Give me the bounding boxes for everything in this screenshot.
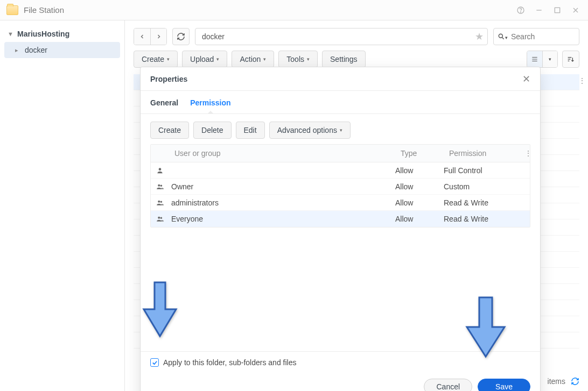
svg-point-20	[160, 217, 163, 219]
perm-value: Read & Write	[444, 198, 519, 207]
cancel-button[interactable]: Cancel	[424, 379, 472, 391]
status-refresh-icon[interactable]	[571, 377, 579, 386]
tree-root[interactable]: ▼ MariusHosting	[0, 26, 124, 42]
permission-row[interactable]: EveryoneAllowRead & Write	[151, 211, 530, 227]
column-options-icon[interactable]: ⋮	[578, 76, 586, 85]
dialog-title: Properties	[150, 75, 187, 83]
svg-point-17	[158, 200, 160, 202]
sidebar: ▼ MariusHosting ▸ docker	[0, 20, 125, 391]
action-button[interactable]: Action▾	[232, 51, 274, 68]
svg-point-1	[520, 11, 521, 12]
settings-button[interactable]: Settings	[322, 51, 366, 68]
minimize-icon[interactable]	[533, 4, 545, 16]
search-dropdown-icon[interactable]: ▾	[505, 35, 508, 40]
perm-type: Allow	[395, 198, 444, 207]
apply-checkbox[interactable]	[150, 358, 159, 367]
col-header-user[interactable]: User or group	[169, 145, 395, 162]
app-title: File Station	[24, 5, 64, 15]
perm-type: Allow	[395, 215, 444, 223]
help-icon[interactable]	[515, 4, 527, 16]
favorite-star-icon[interactable]: ★	[475, 31, 484, 42]
dialog-close-icon[interactable]: ✕	[522, 73, 530, 85]
user-icon	[151, 183, 169, 190]
properties-dialog: Properties ✕ General Permission Create D…	[140, 67, 541, 391]
create-button[interactable]: Create▾	[134, 51, 178, 68]
svg-line-7	[502, 37, 503, 39]
perm-create-button[interactable]: Create	[150, 122, 189, 139]
user-icon	[151, 167, 169, 174]
svg-rect-3	[555, 8, 559, 12]
maximize-icon[interactable]	[551, 4, 563, 16]
tab-general[interactable]: General	[150, 98, 178, 113]
svg-point-14	[159, 168, 162, 170]
perm-edit-button[interactable]: Edit	[236, 122, 265, 139]
svg-point-6	[499, 34, 502, 38]
refresh-button[interactable]	[172, 28, 190, 45]
user-icon	[151, 215, 169, 223]
tools-button[interactable]: Tools▾	[278, 51, 318, 68]
perm-user: Everyone	[169, 215, 395, 223]
perm-delete-button[interactable]: Delete	[193, 122, 231, 139]
perm-user: Owner	[169, 182, 395, 191]
perm-type: Allow	[395, 182, 444, 191]
tree-root-label: MariusHosting	[17, 30, 69, 38]
nav-group	[134, 28, 167, 45]
perm-user: administrators	[169, 198, 395, 207]
nav-forward-button[interactable]	[150, 29, 166, 45]
perm-advanced-button[interactable]: Advanced options▾	[269, 122, 351, 139]
nav-back-button[interactable]	[134, 29, 150, 45]
chevron-right-icon: ▸	[15, 47, 22, 54]
status-items-label: items	[548, 377, 565, 386]
save-button[interactable]: Save	[478, 379, 530, 391]
perm-type: Allow	[395, 166, 444, 175]
perm-value: Custom	[444, 182, 519, 191]
perm-value: Full Control	[444, 166, 519, 175]
chevron-down-icon: ▼	[8, 31, 14, 37]
permission-row[interactable]: OwnerAllowCustom	[151, 179, 530, 195]
svg-point-15	[158, 184, 160, 186]
tree-item-label: docker	[25, 46, 47, 54]
svg-point-18	[160, 201, 163, 203]
tree-item-docker[interactable]: ▸ docker	[4, 42, 120, 58]
search-icon	[498, 33, 505, 40]
permission-row[interactable]: AllowFull Control	[151, 162, 530, 179]
permission-row[interactable]: administratorsAllowRead & Write	[151, 195, 530, 211]
col-options-icon[interactable]: ⋮	[519, 145, 530, 162]
statusbar: items	[548, 377, 579, 386]
upload-button[interactable]: Upload▾	[182, 51, 227, 68]
apply-checkbox-label: Apply to this folder, sub-folders and fi…	[163, 358, 296, 367]
perm-value: Read & Write	[444, 215, 519, 223]
view-list-button[interactable]	[527, 51, 542, 67]
path-input[interactable]	[195, 28, 488, 45]
svg-point-19	[158, 217, 160, 219]
sort-button[interactable]	[562, 51, 579, 68]
permission-table: User or group Type Permission ⋮ AllowFul…	[150, 144, 530, 228]
user-icon	[151, 199, 169, 207]
titlebar: File Station	[0, 0, 588, 20]
app-folder-icon	[6, 5, 18, 15]
col-header-type[interactable]: Type	[395, 145, 444, 162]
col-header-permission[interactable]: Permission	[444, 145, 519, 162]
view-dropdown-button[interactable]: ▾	[542, 51, 557, 67]
tab-permission[interactable]: Permission	[190, 98, 230, 113]
svg-point-16	[160, 184, 163, 187]
close-window-icon[interactable]	[570, 4, 582, 16]
